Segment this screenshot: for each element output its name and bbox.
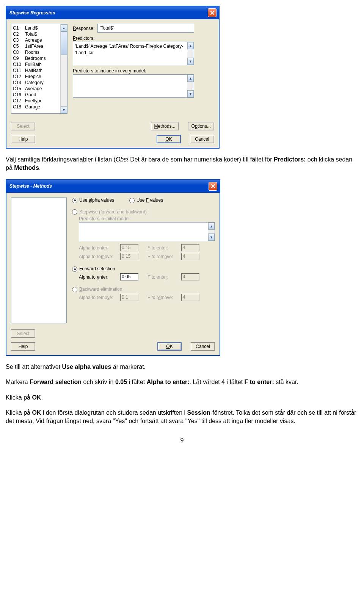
list-item[interactable]: C51stFArea xyxy=(12,43,60,49)
ok-button[interactable]: OK xyxy=(157,342,182,351)
response-input[interactable]: 'Total$' xyxy=(97,24,194,33)
sw-f-enter-label: F to enter: xyxy=(147,245,176,251)
bw-f-remove-label: F to remove: xyxy=(147,295,176,300)
list-item[interactable]: C16Good xyxy=(12,92,60,98)
scroll-down-icon: ▼ xyxy=(208,234,215,241)
paragraph-3: Markera Forward selection och skriv in 0… xyxy=(6,378,358,386)
scroll-thumb[interactable] xyxy=(61,31,67,55)
stepwise-regression-dialog: Stepwise Regression C1Land$C2Total$C3Acr… xyxy=(6,6,220,149)
backward-radio[interactable]: Backward elimination xyxy=(72,287,122,292)
list-item[interactable]: C18Garage xyxy=(12,104,60,110)
list-item[interactable]: C3Acreage xyxy=(12,37,60,43)
select-button: Select xyxy=(11,122,35,130)
list-item[interactable]: C17Fueltype xyxy=(12,98,60,104)
paragraph-5: Klicka på OK i den första dialogrutan oc… xyxy=(6,409,358,426)
sw-alpha-enter-input: 0.15 xyxy=(120,244,138,251)
scroll-down-icon[interactable]: ▼ xyxy=(187,90,194,97)
sw-f-remove-label: F to remove: xyxy=(147,254,176,259)
list-item[interactable]: C14Category xyxy=(12,80,60,86)
options-button[interactable]: Options... xyxy=(188,122,214,130)
empty-listbox[interactable] xyxy=(11,197,67,323)
bw-alpha-remove-label: Alpha to remove: xyxy=(79,295,115,300)
cancel-button[interactable]: Cancel xyxy=(191,342,215,351)
scroll-down-icon[interactable]: ▼ xyxy=(61,106,67,113)
predictors-text: 'Land$' Acreage '1stFArea' Rooms-Fireplc… xyxy=(73,42,187,65)
fw-f-enter-label: F to enter: xyxy=(147,274,176,280)
response-label: Response: xyxy=(73,26,94,31)
use-f-radio[interactable]: Use F values xyxy=(129,197,163,203)
ok-button[interactable]: OK xyxy=(157,135,181,143)
scroll-up-icon[interactable]: ▲ xyxy=(61,24,67,31)
dialog-title: Stepwise Regression xyxy=(9,10,55,16)
page-number: 9 xyxy=(6,437,358,444)
dialog-title: Stepwise - Methods xyxy=(9,183,52,189)
sw-f-enter-input: 4 xyxy=(181,244,199,251)
select-button: Select xyxy=(11,329,35,338)
fw-f-enter-input: 4 xyxy=(181,273,199,281)
sw-alpha-remove-input: 0.15 xyxy=(120,253,138,260)
fw-alpha-enter-label: Alpha to enter: xyxy=(79,274,115,280)
paragraph-2: Se till att alternativet Use alpha value… xyxy=(6,363,358,371)
fw-alpha-enter-input[interactable]: 0.05 xyxy=(120,273,138,281)
list-item[interactable]: C15Average xyxy=(12,86,60,92)
paragraph-4: Klicka på OK. xyxy=(6,393,358,402)
cancel-button[interactable]: Cancel xyxy=(190,135,214,143)
predictors-input[interactable]: 'Land$' Acreage '1stFArea' Rooms-Fireplc… xyxy=(73,42,194,65)
scroll-up-icon[interactable]: ▲ xyxy=(187,75,194,82)
paragraph-1: Välj samtliga förklaringsvariabler i lis… xyxy=(6,155,358,172)
scroll-down-icon[interactable]: ▼ xyxy=(187,58,194,65)
list-item[interactable]: C12Fireplce xyxy=(12,74,60,80)
help-button[interactable]: Help xyxy=(11,342,35,351)
titlebar: Stepwise - Methods xyxy=(6,180,220,193)
forward-radio[interactable]: Forward selection xyxy=(72,266,115,271)
list-item[interactable]: C2Total$ xyxy=(12,31,60,37)
initial-model-input: ▲ ▼ xyxy=(79,222,215,241)
predictors-label: Predictors: xyxy=(73,36,194,41)
close-icon[interactable] xyxy=(208,8,217,17)
stepwise-methods-dialog: Stepwise - Methods Use alpha values Use … xyxy=(6,179,220,356)
include-label: Predictors to include in every model: xyxy=(73,68,194,74)
list-item[interactable]: C1Land$ xyxy=(12,25,60,31)
include-text xyxy=(73,75,187,97)
methods-button[interactable]: Methods... xyxy=(151,122,179,130)
predictors-initial-label: Predictors in initial model: xyxy=(79,216,215,221)
close-icon[interactable] xyxy=(209,182,217,191)
scroll-up-icon[interactable]: ▲ xyxy=(187,42,194,49)
help-button[interactable]: Help xyxy=(11,135,35,143)
stepwise-radio[interactable]: Stepwise (forward and backward) xyxy=(72,209,147,215)
list-item[interactable]: C9Bedrooms xyxy=(12,55,60,61)
bw-alpha-remove-input: 0.1 xyxy=(120,294,138,301)
sw-f-remove-input: 4 xyxy=(181,253,199,260)
sw-alpha-enter-label: Alpha to enter: xyxy=(79,245,115,251)
scroll-up-icon: ▲ xyxy=(208,223,215,230)
list-item[interactable]: C10FullBath xyxy=(12,61,60,67)
include-input[interactable]: ▲ ▼ xyxy=(73,74,194,98)
column-listbox[interactable]: C1Land$C2Total$C3AcreageC51stFAreaC8Room… xyxy=(11,24,67,114)
titlebar: Stepwise Regression xyxy=(6,6,219,19)
use-alpha-radio[interactable]: Use alpha values xyxy=(72,197,114,203)
sw-alpha-remove-label: Alpha to remove: xyxy=(79,254,115,259)
list-item[interactable]: C8Rooms xyxy=(12,49,60,55)
bw-f-remove-input: 4 xyxy=(181,294,199,301)
list-item[interactable]: C11HalfBath xyxy=(12,67,60,74)
